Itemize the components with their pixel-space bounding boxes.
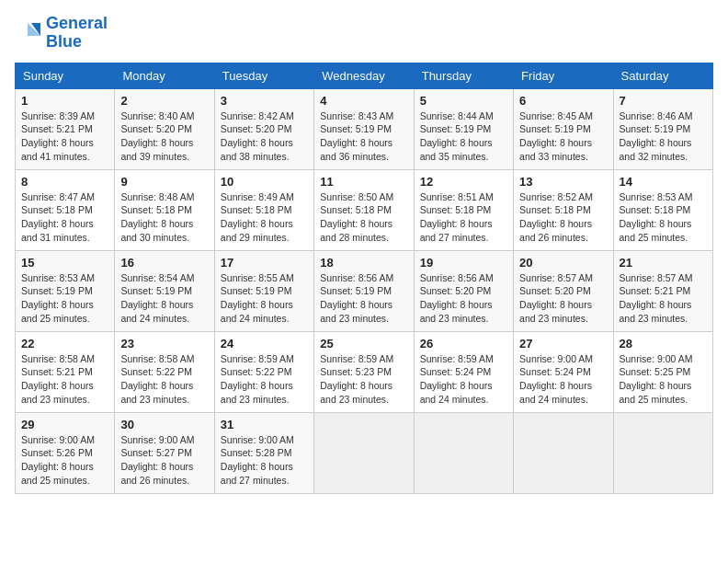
cell-info: Sunrise: 8:59 AM Sunset: 5:24 PM Dayligh…	[420, 352, 507, 407]
calendar-cell: 12 Sunrise: 8:51 AM Sunset: 5:18 PM Dayl…	[414, 169, 513, 250]
day-number: 11	[320, 175, 407, 189]
day-number: 15	[21, 256, 108, 270]
day-number: 30	[120, 418, 208, 431]
calendar-cell: 11 Sunrise: 8:50 AM Sunset: 5:18 PM Dayl…	[314, 169, 414, 250]
day-number: 13	[519, 175, 607, 189]
calendar-cell: 10 Sunrise: 8:49 AM Sunset: 5:18 PM Dayl…	[214, 169, 313, 250]
logo: General Blue	[15, 15, 108, 52]
dow-header: Friday	[514, 63, 613, 88]
cell-info: Sunrise: 8:59 AM Sunset: 5:23 PM Dayligh…	[320, 352, 407, 407]
calendar-cell: 27 Sunrise: 9:00 AM Sunset: 5:24 PM Dayl…	[514, 331, 613, 412]
page-header: General Blue	[15, 15, 713, 52]
logo-text: General Blue	[46, 15, 108, 52]
calendar-cell: 26 Sunrise: 8:59 AM Sunset: 5:24 PM Dayl…	[414, 331, 513, 412]
cell-info: Sunrise: 8:56 AM Sunset: 5:20 PM Dayligh…	[420, 271, 507, 326]
day-number: 10	[221, 175, 308, 189]
cell-info: Sunrise: 8:58 AM Sunset: 5:21 PM Dayligh…	[21, 352, 108, 407]
cell-info: Sunrise: 8:59 AM Sunset: 5:22 PM Dayligh…	[221, 352, 308, 407]
dow-header: Monday	[115, 63, 214, 88]
calendar-cell: 1 Sunrise: 8:39 AM Sunset: 5:21 PM Dayli…	[16, 88, 115, 169]
calendar-cell	[613, 412, 712, 493]
calendar-cell: 22 Sunrise: 8:58 AM Sunset: 5:21 PM Dayl…	[16, 331, 115, 412]
day-number: 4	[320, 94, 407, 108]
calendar-cell: 29 Sunrise: 9:00 AM Sunset: 5:26 PM Dayl…	[16, 412, 115, 493]
day-number: 26	[420, 337, 507, 350]
cell-info: Sunrise: 9:00 AM Sunset: 5:27 PM Dayligh…	[120, 433, 208, 488]
calendar-cell: 30 Sunrise: 9:00 AM Sunset: 5:27 PM Dayl…	[115, 412, 214, 493]
cell-info: Sunrise: 8:50 AM Sunset: 5:18 PM Dayligh…	[320, 190, 407, 245]
day-number: 1	[21, 94, 108, 108]
dow-header: Wednesday	[314, 63, 414, 88]
calendar-cell: 4 Sunrise: 8:43 AM Sunset: 5:19 PM Dayli…	[314, 88, 414, 169]
day-number: 21	[620, 256, 707, 270]
day-number: 7	[620, 94, 707, 108]
day-number: 12	[420, 175, 507, 189]
day-number: 24	[221, 337, 308, 350]
calendar-cell: 8 Sunrise: 8:47 AM Sunset: 5:18 PM Dayli…	[16, 169, 115, 250]
cell-info: Sunrise: 8:52 AM Sunset: 5:18 PM Dayligh…	[519, 190, 607, 245]
calendar-cell	[514, 412, 613, 493]
cell-info: Sunrise: 8:57 AM Sunset: 5:21 PM Dayligh…	[620, 271, 707, 326]
cell-info: Sunrise: 8:57 AM Sunset: 5:20 PM Dayligh…	[519, 271, 607, 326]
cell-info: Sunrise: 8:47 AM Sunset: 5:18 PM Dayligh…	[21, 190, 108, 245]
cell-info: Sunrise: 8:40 AM Sunset: 5:20 PM Dayligh…	[120, 109, 208, 164]
cell-info: Sunrise: 9:00 AM Sunset: 5:24 PM Dayligh…	[519, 352, 607, 407]
day-number: 5	[420, 94, 507, 108]
cell-info: Sunrise: 9:00 AM Sunset: 5:26 PM Dayligh…	[21, 433, 108, 488]
calendar-cell: 25 Sunrise: 8:59 AM Sunset: 5:23 PM Dayl…	[314, 331, 414, 412]
calendar-cell: 2 Sunrise: 8:40 AM Sunset: 5:20 PM Dayli…	[115, 88, 214, 169]
cell-info: Sunrise: 8:46 AM Sunset: 5:19 PM Dayligh…	[620, 109, 707, 164]
dow-header: Saturday	[613, 63, 712, 88]
cell-info: Sunrise: 8:58 AM Sunset: 5:22 PM Dayligh…	[120, 352, 208, 407]
day-number: 16	[120, 256, 208, 270]
day-number: 31	[221, 418, 308, 431]
calendar-cell	[414, 412, 513, 493]
calendar-cell: 28 Sunrise: 9:00 AM Sunset: 5:25 PM Dayl…	[613, 331, 712, 412]
day-number: 29	[21, 418, 108, 431]
logo-icon	[15, 19, 42, 47]
day-number: 20	[519, 256, 607, 270]
calendar-cell: 16 Sunrise: 8:54 AM Sunset: 5:19 PM Dayl…	[115, 250, 214, 331]
calendar-cell: 7 Sunrise: 8:46 AM Sunset: 5:19 PM Dayli…	[613, 88, 712, 169]
day-number: 8	[21, 175, 108, 189]
dow-header: Tuesday	[214, 63, 313, 88]
cell-info: Sunrise: 8:49 AM Sunset: 5:18 PM Dayligh…	[221, 190, 308, 245]
cell-info: Sunrise: 8:53 AM Sunset: 5:19 PM Dayligh…	[21, 271, 108, 326]
calendar-cell: 23 Sunrise: 8:58 AM Sunset: 5:22 PM Dayl…	[115, 331, 214, 412]
calendar-cell: 20 Sunrise: 8:57 AM Sunset: 5:20 PM Dayl…	[514, 250, 613, 331]
day-number: 9	[120, 175, 208, 189]
cell-info: Sunrise: 8:42 AM Sunset: 5:20 PM Dayligh…	[221, 109, 308, 164]
day-number: 25	[320, 337, 407, 350]
calendar-cell: 14 Sunrise: 8:53 AM Sunset: 5:18 PM Dayl…	[613, 169, 712, 250]
calendar-cell: 31 Sunrise: 9:00 AM Sunset: 5:28 PM Dayl…	[214, 412, 313, 493]
day-number: 3	[221, 94, 308, 108]
day-number: 17	[221, 256, 308, 270]
calendar-cell: 17 Sunrise: 8:55 AM Sunset: 5:19 PM Dayl…	[214, 250, 313, 331]
calendar-cell: 24 Sunrise: 8:59 AM Sunset: 5:22 PM Dayl…	[214, 331, 313, 412]
dow-header: Thursday	[414, 63, 513, 88]
cell-info: Sunrise: 8:48 AM Sunset: 5:18 PM Dayligh…	[120, 190, 208, 245]
calendar-cell: 15 Sunrise: 8:53 AM Sunset: 5:19 PM Dayl…	[16, 250, 115, 331]
calendar-cell: 6 Sunrise: 8:45 AM Sunset: 5:19 PM Dayli…	[514, 88, 613, 169]
day-number: 18	[320, 256, 407, 270]
day-number: 22	[21, 337, 108, 350]
day-number: 19	[420, 256, 507, 270]
cell-info: Sunrise: 8:55 AM Sunset: 5:19 PM Dayligh…	[221, 271, 308, 326]
cell-info: Sunrise: 9:00 AM Sunset: 5:25 PM Dayligh…	[620, 352, 707, 407]
day-number: 27	[519, 337, 607, 350]
cell-info: Sunrise: 8:43 AM Sunset: 5:19 PM Dayligh…	[320, 109, 407, 164]
day-number: 14	[620, 175, 707, 189]
calendar-table: SundayMondayTuesdayWednesdayThursdayFrid…	[15, 63, 713, 494]
cell-info: Sunrise: 8:54 AM Sunset: 5:19 PM Dayligh…	[120, 271, 208, 326]
calendar-cell: 9 Sunrise: 8:48 AM Sunset: 5:18 PM Dayli…	[115, 169, 214, 250]
cell-info: Sunrise: 8:44 AM Sunset: 5:19 PM Dayligh…	[420, 109, 507, 164]
day-number: 28	[620, 337, 707, 350]
calendar-cell	[314, 412, 414, 493]
cell-info: Sunrise: 8:51 AM Sunset: 5:18 PM Dayligh…	[420, 190, 507, 245]
calendar-cell: 18 Sunrise: 8:56 AM Sunset: 5:19 PM Dayl…	[314, 250, 414, 331]
cell-info: Sunrise: 8:56 AM Sunset: 5:19 PM Dayligh…	[320, 271, 407, 326]
dow-header: Sunday	[16, 63, 115, 88]
calendar-cell: 3 Sunrise: 8:42 AM Sunset: 5:20 PM Dayli…	[214, 88, 313, 169]
day-number: 2	[120, 94, 208, 108]
calendar-cell: 19 Sunrise: 8:56 AM Sunset: 5:20 PM Dayl…	[414, 250, 513, 331]
